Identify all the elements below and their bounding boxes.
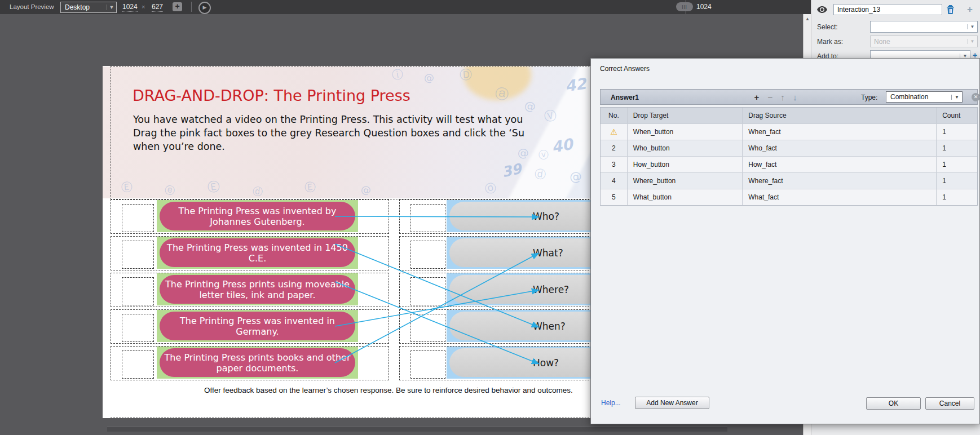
select-label: Select: xyxy=(817,23,838,31)
drop-target-highlight: Who? xyxy=(447,200,604,232)
answers-table: No. Drop Target Drag Source Count ⚠When_… xyxy=(600,107,978,206)
mark-as-dropdown[interactable]: None ▼ xyxy=(870,35,978,47)
question-label: When? xyxy=(533,321,566,332)
question-drop-box[interactable]: Where? xyxy=(449,275,603,304)
count-cell: 1 xyxy=(936,157,977,172)
count-cell: 1 xyxy=(936,140,977,156)
drag-source-highlight: The Printing Press prints books and othe… xyxy=(157,347,358,379)
drag-source-cell: Who_fact xyxy=(742,140,936,156)
chevron-down-icon: ▼ xyxy=(951,95,962,100)
toolbar-divider xyxy=(191,2,192,12)
drop-target-highlight: What? xyxy=(447,237,604,269)
drag-source-highlight: The Printing Press prints using moveable… xyxy=(157,273,358,305)
ok-button[interactable]: OK xyxy=(866,397,921,410)
drop-cell-right xyxy=(410,350,445,379)
drop-target-highlight: When? xyxy=(447,310,604,342)
drop-cell-left xyxy=(122,204,154,232)
fact-drag-box[interactable]: The Printing Press was invented by Johan… xyxy=(160,202,355,230)
column-header-drag-source: Drag Source xyxy=(742,108,936,123)
drag-source-cell: Where_fact xyxy=(742,173,936,189)
layout-preview-label: Layout Preview xyxy=(10,3,54,10)
count-cell: 1 xyxy=(936,173,977,189)
drop-target-highlight: Where? xyxy=(447,273,604,305)
drop-cell-left xyxy=(122,314,154,342)
add-breakpoint-button[interactable]: + xyxy=(173,2,182,11)
move-down-icon[interactable]: ↓ xyxy=(790,92,800,102)
type-dropdown-value: Combination xyxy=(886,93,951,101)
drag-source-cell: What_fact xyxy=(742,189,936,205)
interaction-name-input[interactable]: Interaction_13 xyxy=(833,4,942,15)
breakpoint-slider-handle[interactable]: ||| xyxy=(676,2,693,11)
breakpoint-slider-value: 1024 xyxy=(696,3,712,11)
row-number: 3 xyxy=(601,157,627,172)
add-item-icon[interactable]: + xyxy=(967,4,973,15)
help-link[interactable]: Help... xyxy=(601,399,621,407)
answer-name: Answer1 xyxy=(611,94,639,101)
drag-source-highlight: The Printing Press was invented by Johan… xyxy=(157,200,358,232)
drop-cell-right xyxy=(410,277,445,305)
drop-target-cell: Where_button xyxy=(627,173,742,189)
fact-drag-box[interactable]: The Printing Press was invented in 1450 … xyxy=(160,238,355,267)
row-number: 5 xyxy=(601,189,627,205)
answer-header-bar: Answer1 + − ↑ ↓ Type: Combination ▼ ✕ xyxy=(600,89,978,105)
canvas-horizontal-scrollbar[interactable] xyxy=(107,427,727,432)
layout-preview-toolbar: Layout Preview Desktop ▼ 1024 × 627 + ▶ … xyxy=(0,0,811,14)
fact-drag-box[interactable]: The Printing Press was invented in Germa… xyxy=(160,312,355,340)
drop-target-cell: How_button xyxy=(627,157,742,172)
column-header-count: Count xyxy=(936,108,977,123)
answer-table-row[interactable]: 2Who_buttonWho_fact1 xyxy=(601,140,977,156)
question-label: What? xyxy=(533,247,563,259)
count-cell: 1 xyxy=(936,124,977,140)
chevron-down-icon: ▼ xyxy=(107,5,116,10)
move-up-icon[interactable]: ↑ xyxy=(778,92,788,102)
answer-table-row[interactable]: ⚠When_buttonWhen_fact1 xyxy=(601,123,977,140)
dialog-title: Correct Answers xyxy=(600,65,650,73)
type-dropdown[interactable]: Combination ▼ xyxy=(886,91,963,103)
stage-width-field[interactable]: 1024 xyxy=(122,3,138,12)
chevron-down-icon: ▼ xyxy=(967,39,977,44)
question-drop-box[interactable]: Who? xyxy=(449,202,603,230)
drop-target-cell: Who_button xyxy=(627,140,742,156)
drop-cell-right xyxy=(410,241,445,269)
column-header-drop-target: Drop Target xyxy=(627,108,742,123)
cancel-button[interactable]: Cancel xyxy=(925,397,974,410)
trash-icon[interactable] xyxy=(946,5,955,14)
question-drop-box[interactable]: When? xyxy=(449,312,603,340)
type-label: Type: xyxy=(861,94,877,101)
drop-target-cell: What_button xyxy=(627,189,742,205)
answers-table-header: No. Drop Target Drag Source Count xyxy=(601,108,977,123)
drag-source-cell: When_fact xyxy=(742,124,936,140)
preview-play-button[interactable]: ▶ xyxy=(198,2,211,14)
answer-table-row[interactable]: 3How_buttonHow_fact1 xyxy=(601,156,977,172)
drop-cell-left xyxy=(122,277,154,305)
warning-icon: ⚠ xyxy=(601,124,627,140)
drop-cell-right xyxy=(410,204,445,232)
drop-cell-left xyxy=(122,241,154,269)
stage-height-field[interactable]: 627 xyxy=(152,3,163,12)
drag-source-highlight: The Printing Press was invented in Germa… xyxy=(157,310,358,342)
scroll-up-icon[interactable]: ▲ xyxy=(804,16,811,21)
fact-drag-box[interactable]: The Printing Press prints using moveable… xyxy=(160,275,355,304)
question-drop-box[interactable]: How? xyxy=(449,348,603,377)
question-label: How? xyxy=(533,357,559,369)
select-dropdown[interactable]: ▼ xyxy=(870,21,978,33)
mark-as-label: Mark as: xyxy=(817,38,843,46)
remove-row-icon[interactable]: − xyxy=(765,92,775,102)
add-row-icon[interactable]: + xyxy=(752,92,762,102)
mark-as-dropdown-value: None xyxy=(871,38,967,46)
column-header-no: No. xyxy=(601,108,627,123)
add-new-answer-button[interactable]: Add New Answer xyxy=(635,397,709,409)
answer-table-row[interactable]: 4Where_buttonWhere_fact1 xyxy=(601,172,977,189)
row-number: 4 xyxy=(601,173,627,189)
fact-drag-box[interactable]: The Printing Press prints books and othe… xyxy=(160,348,355,377)
device-dropdown-value: Desktop xyxy=(61,3,107,11)
device-dropdown[interactable]: Desktop ▼ xyxy=(60,2,117,13)
question-label: Where? xyxy=(533,284,569,295)
question-drop-box[interactable]: What? xyxy=(449,238,603,267)
answer-table-row[interactable]: 5What_buttonWhat_fact1 xyxy=(601,189,977,205)
drop-cell-right xyxy=(410,314,445,342)
visibility-eye-icon[interactable] xyxy=(817,6,827,13)
drop-target-highlight: How? xyxy=(447,347,604,379)
close-answer-icon[interactable]: ✕ xyxy=(972,93,980,101)
count-cell: 1 xyxy=(936,189,977,205)
